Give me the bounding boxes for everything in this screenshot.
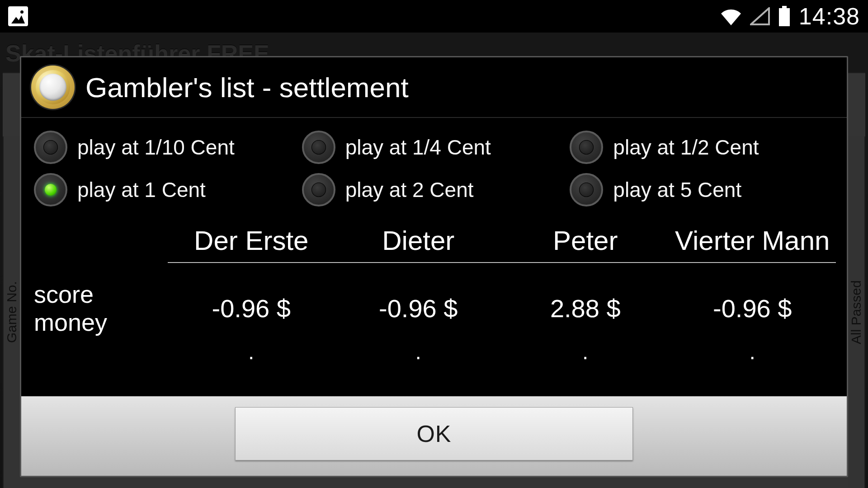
radio-label: play at 1/10 Cent [77, 135, 235, 160]
coin-icon [31, 66, 75, 109]
picture-icon [8, 6, 28, 26]
dialog-footer: OK [21, 396, 847, 476]
radio-label: play at 5 Cent [613, 178, 741, 202]
stake-radio-2[interactable]: play at 2 Cent [300, 169, 568, 210]
radio-label: play at 2 Cent [345, 178, 474, 202]
stake-radio-1-4[interactable]: play at 1/4 Cent [300, 127, 568, 168]
status-bar: 14:38 [0, 0, 868, 33]
radio-label: play at 1/4 Cent [345, 135, 491, 160]
radio-indicator [34, 131, 67, 164]
cell-value: 2.88 $ [502, 294, 669, 323]
stake-radio-1-2[interactable]: play at 1/2 Cent [568, 127, 836, 168]
cell-value: -0.96 $ [669, 294, 836, 323]
radio-indicator [570, 173, 603, 206]
settlement-dialog: Gambler's list - settlement play at 1/10… [20, 56, 848, 477]
status-left [8, 6, 28, 26]
player-header: Dieter [335, 226, 502, 263]
cell-value: -0.96 $ [335, 294, 502, 323]
truncated-cell: . [335, 350, 502, 354]
table-header-row: Der Erste Dieter Peter Vierter Mann [32, 226, 836, 263]
status-right: 14:38 [720, 3, 860, 30]
truncated-cell: . [502, 350, 669, 354]
radio-indicator [302, 131, 335, 164]
wifi-icon [720, 7, 742, 25]
battery-icon [778, 6, 791, 27]
header-rule [168, 262, 836, 263]
radio-label: play at 1/2 Cent [613, 135, 759, 160]
dialog-title: Gambler's list - settlement [85, 71, 409, 103]
player-header: Vierter Mann [669, 226, 836, 263]
truncated-cell: . [669, 350, 836, 354]
radio-indicator [34, 173, 67, 206]
stake-radio-group: play at 1/10 Cent play at 1/4 Cent play … [32, 123, 836, 216]
row-label: score money [32, 280, 168, 336]
svg-rect-1 [779, 8, 790, 26]
partial-row: . . . . [32, 350, 836, 354]
svg-rect-0 [782, 6, 787, 8]
radio-indicator [570, 131, 603, 164]
settlement-table: Der Erste Dieter Peter Vierter Mann scor… [32, 226, 836, 354]
player-header: Peter [502, 226, 669, 263]
stake-radio-1-10[interactable]: play at 1/10 Cent [32, 127, 300, 168]
cell-value: -0.96 $ [168, 294, 335, 323]
radio-indicator [302, 173, 335, 206]
truncated-cell: . [168, 350, 335, 354]
cellular-signal-icon [750, 7, 770, 25]
table-row: score money -0.96 $ -0.96 $ 2.88 $ -0.96… [32, 263, 836, 350]
dialog-body: play at 1/10 Cent play at 1/4 Cent play … [21, 118, 847, 396]
stake-radio-1[interactable]: play at 1 Cent [32, 169, 300, 210]
clock: 14:38 [799, 3, 860, 30]
radio-label: play at 1 Cent [77, 178, 206, 202]
stake-radio-5[interactable]: play at 5 Cent [568, 169, 836, 210]
dialog-header: Gambler's list - settlement [21, 57, 847, 118]
ok-button[interactable]: OK [235, 407, 633, 460]
player-header: Der Erste [168, 226, 335, 263]
